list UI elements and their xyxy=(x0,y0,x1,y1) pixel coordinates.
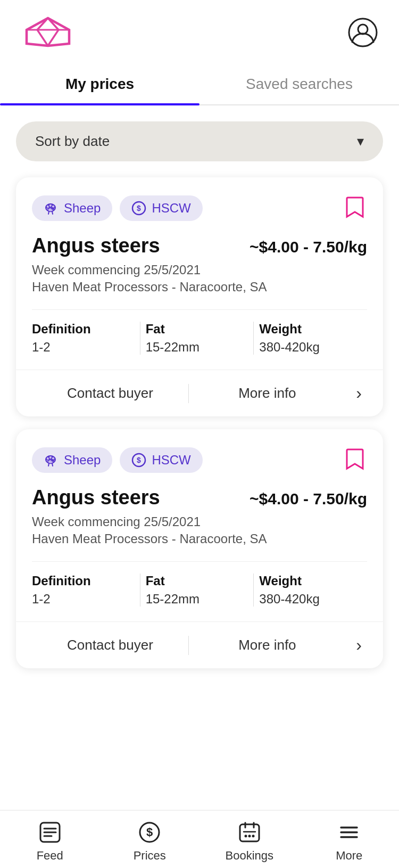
card-title: Angus steers xyxy=(32,486,160,509)
tab-my-prices[interactable]: My prices xyxy=(0,61,200,104)
card-actions: Contact buyer More info › xyxy=(16,370,383,416)
svg-point-35 xyxy=(248,835,251,838)
svg-text:$: $ xyxy=(137,204,142,212)
card-title-row: Angus steers ~$4.00 - 7.50/kg xyxy=(32,234,367,257)
card-price: ~$4.00 - 7.50/kg xyxy=(250,238,367,256)
bookings-icon xyxy=(237,820,262,845)
prices-icon: $ xyxy=(137,820,162,845)
card-title-row: Angus steers ~$4.00 - 7.50/kg xyxy=(32,486,367,509)
svg-line-10 xyxy=(52,211,53,214)
sort-label: Sort by date xyxy=(35,133,110,150)
svg-point-34 xyxy=(244,835,247,838)
app-header xyxy=(0,0,399,61)
tags-row: Sheep $ HSCW xyxy=(32,193,367,223)
detail-weight: Weight 380-420kg xyxy=(254,322,367,355)
svg-rect-30 xyxy=(240,824,259,841)
detail-fat: Fat 15-22mm xyxy=(140,322,254,355)
tab-saved-searches[interactable]: Saved searches xyxy=(200,61,399,104)
detail-definition: Definition 1-2 xyxy=(32,574,140,607)
bottom-nav: Feed $ Prices Bookings More xyxy=(0,810,399,868)
svg-line-9 xyxy=(48,211,49,214)
svg-marker-0 xyxy=(27,18,69,46)
more-info-button[interactable]: More info xyxy=(189,370,345,416)
feed-icon xyxy=(38,820,62,845)
svg-line-20 xyxy=(52,463,53,466)
tabs-container: My prices Saved searches xyxy=(0,61,399,105)
nav-label-bookings: Bookings xyxy=(225,849,273,863)
card-actions: Contact buyer More info › xyxy=(16,621,383,668)
nav-item-more[interactable]: More xyxy=(317,820,381,863)
nav-label-feed: Feed xyxy=(37,849,63,863)
bookmark-button[interactable] xyxy=(343,445,367,474)
detail-weight: Weight 380-420kg xyxy=(254,574,367,607)
nav-item-prices[interactable]: $ Prices xyxy=(118,820,181,863)
card-location: Haven Meat Processors - Naracoorte, SA xyxy=(32,280,367,294)
chevron-down-icon: ▾ xyxy=(357,133,364,150)
tags-row: Sheep $ HSCW xyxy=(32,445,367,474)
nav-item-feed[interactable]: Feed xyxy=(18,820,82,863)
nav-item-bookings[interactable]: Bookings xyxy=(218,820,281,863)
card-week: Week commencing 25/5/2021 xyxy=(32,263,367,277)
sort-dropdown[interactable]: Sort by date ▾ xyxy=(16,121,383,161)
svg-line-19 xyxy=(48,463,49,466)
tag-hscw: $ HSCW xyxy=(120,195,202,221)
card-arrow-button[interactable]: › xyxy=(345,373,367,414)
contact-buyer-button[interactable]: Contact buyer xyxy=(32,622,188,668)
tag-sheep: Sheep xyxy=(32,447,112,473)
cards-list: Sheep $ HSCW Angus steers ~$4.00 xyxy=(0,167,399,679)
more-info-button[interactable]: More info xyxy=(189,622,345,668)
card-price: ~$4.00 - 7.50/kg xyxy=(250,490,367,508)
nav-label-more: More xyxy=(336,849,362,863)
profile-button[interactable] xyxy=(348,18,378,49)
tag-hscw: $ HSCW xyxy=(120,447,202,473)
listing-card: Sheep $ HSCW Angus steers ~$4.00 - 7.50/… xyxy=(16,429,383,668)
svg-point-2 xyxy=(349,19,377,46)
svg-text:$: $ xyxy=(146,825,153,839)
svg-point-3 xyxy=(358,24,368,34)
svg-text:$: $ xyxy=(137,456,142,464)
card-title: Angus steers xyxy=(32,234,160,257)
card-arrow-button[interactable]: › xyxy=(345,625,367,666)
listing-card: Sheep $ HSCW Angus steers ~$4.00 xyxy=(16,177,383,416)
svg-point-36 xyxy=(252,835,254,838)
card-location: Haven Meat Processors - Naracoorte, SA xyxy=(32,531,367,546)
app-logo xyxy=(21,16,74,50)
sort-container: Sort by date ▾ xyxy=(0,105,399,167)
detail-definition: Definition 1-2 xyxy=(32,322,140,355)
nav-label-prices: Prices xyxy=(134,849,166,863)
card-details: Definition 1-2 Fat 15-22mm Weight 380-42… xyxy=(32,309,367,355)
contact-buyer-button[interactable]: Contact buyer xyxy=(32,370,188,416)
card-details: Definition 1-2 Fat 15-22mm Weight 380-42… xyxy=(32,561,367,607)
card-week: Week commencing 25/5/2021 xyxy=(32,514,367,529)
more-icon xyxy=(337,820,361,845)
detail-fat: Fat 15-22mm xyxy=(140,574,254,607)
tag-sheep: Sheep xyxy=(32,195,112,221)
bookmark-button[interactable] xyxy=(343,193,367,223)
